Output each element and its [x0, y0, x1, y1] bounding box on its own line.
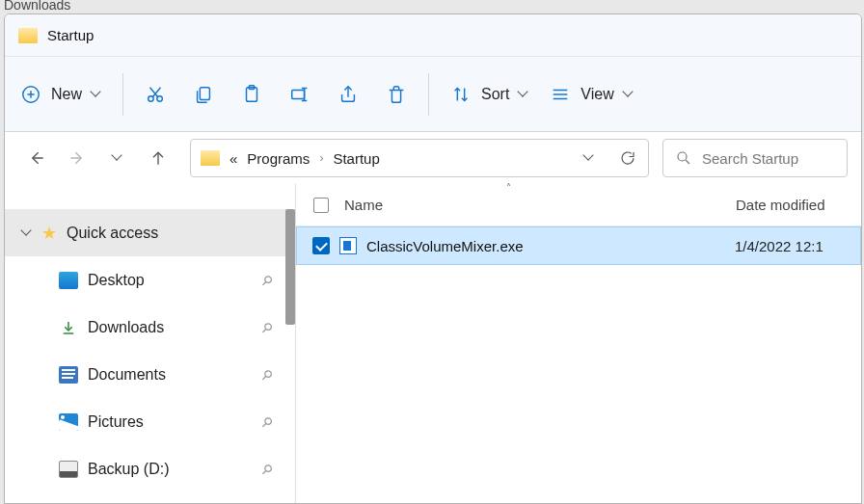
back-button[interactable] [26, 147, 47, 169]
svg-rect-7 [200, 87, 209, 99]
copy-icon[interactable] [193, 84, 214, 105]
pin-icon: ⚲ [258, 318, 276, 335]
chevron-down-icon [92, 90, 101, 99]
delete-icon[interactable] [386, 84, 407, 105]
file-row[interactable]: ClassicVolumeMixer.exe 1/4/2022 12:1 [296, 226, 861, 265]
sort-icon [450, 84, 472, 105]
chevron-down-icon [113, 153, 122, 163]
column-date[interactable]: Date modified [736, 197, 861, 213]
breadcrumb-prefix: « [230, 150, 237, 167]
sidebar: ★ Quick access Desktop ⚲ Downloads ⚲ Doc… [5, 184, 296, 503]
sidebar-item-documents[interactable]: Documents ⚲ [5, 351, 295, 398]
sidebar-item-label: Documents [88, 366, 166, 384]
pin-icon: ⚲ [258, 460, 276, 477]
toolbar: New Sort View [5, 57, 861, 132]
select-all-checkbox[interactable] [313, 198, 329, 213]
address-bar[interactable]: « Programs› Startup [190, 139, 649, 177]
sidebar-item-label: Desktop [88, 272, 145, 289]
sort-button[interactable]: Sort [450, 84, 528, 105]
new-button[interactable]: New [20, 84, 101, 105]
pin-icon: ⚲ [258, 271, 276, 288]
file-name: ClassicVolumeMixer.exe [366, 238, 735, 254]
pin-icon: ⚲ [258, 365, 276, 383]
breadcrumb-label: Startup [333, 150, 379, 167]
chevron-down-icon [22, 228, 32, 238]
plus-circle-icon [20, 84, 41, 105]
explorer-window: Startup New Sort View [4, 13, 862, 504]
search-icon [675, 149, 692, 167]
chevron-down-icon [519, 90, 528, 99]
pin-icon: ⚲ [258, 412, 276, 430]
folder-icon [201, 150, 220, 166]
content-area: ★ Quick access Desktop ⚲ Downloads ⚲ Doc… [5, 184, 861, 503]
drive-icon [59, 461, 78, 478]
downloads-icon [59, 319, 78, 336]
sort-label: Sort [481, 86, 509, 103]
file-date: 1/4/2022 12:1 [735, 238, 860, 254]
rename-icon[interactable] [289, 84, 310, 105]
address-dropdown[interactable] [579, 147, 600, 169]
chevron-down-icon [584, 153, 594, 163]
pictures-icon [59, 413, 78, 431]
file-pane: ˄ Name Date modified ClassicVolumeMixer.… [296, 184, 861, 503]
sidebar-quick-access[interactable]: ★ Quick access [5, 209, 295, 256]
sidebar-item-label: Quick access [67, 225, 158, 242]
sidebar-item-label: Backup (D:) [88, 461, 169, 478]
titlebar: Startup [5, 14, 861, 57]
row-checkbox[interactable] [312, 237, 330, 254]
svg-point-19 [678, 152, 687, 161]
breadcrumb-item[interactable]: Programs› [247, 150, 323, 167]
chevron-right-icon: › [319, 151, 323, 165]
documents-icon [59, 366, 78, 384]
svg-line-20 [686, 160, 689, 164]
view-icon [550, 84, 571, 105]
cut-icon[interactable] [145, 84, 166, 105]
search-input[interactable]: Search Startup [662, 139, 848, 177]
chevron-down-icon [624, 90, 634, 99]
sidebar-item-backup[interactable]: Backup (D:) ⚲ [5, 445, 295, 492]
svg-rect-10 [292, 90, 305, 98]
share-icon[interactable] [338, 84, 359, 105]
star-icon: ★ [41, 223, 57, 244]
up-button[interactable] [148, 147, 169, 169]
new-label: New [51, 86, 82, 103]
separator [428, 73, 429, 116]
sidebar-item-label: Downloads [88, 319, 164, 336]
column-name[interactable]: Name [344, 197, 736, 213]
refresh-button[interactable] [617, 147, 638, 169]
sidebar-scrollbar[interactable] [285, 209, 295, 325]
view-button[interactable]: View [550, 84, 633, 105]
breadcrumb-label: Programs [247, 150, 310, 167]
breadcrumb-item[interactable]: Startup [333, 150, 379, 167]
view-label: View [580, 86, 613, 103]
forward-button[interactable] [67, 147, 88, 169]
folder-icon [18, 28, 38, 43]
sort-indicator-icon: ˄ [506, 182, 511, 193]
exe-icon [339, 237, 357, 254]
desktop-icon [59, 272, 78, 289]
address-row: « Programs› Startup Search Startup [5, 132, 861, 184]
search-placeholder: Search Startup [702, 150, 798, 167]
background-window-title: Downloads [4, 0, 70, 13]
sidebar-item-desktop[interactable]: Desktop ⚲ [5, 256, 295, 304]
sidebar-item-label: Pictures [88, 413, 144, 431]
recent-dropdown[interactable] [107, 147, 128, 169]
paste-icon[interactable] [241, 84, 262, 105]
sidebar-item-pictures[interactable]: Pictures ⚲ [5, 398, 295, 445]
sidebar-item-downloads[interactable]: Downloads ⚲ [5, 304, 295, 351]
separator [122, 73, 123, 116]
window-title: Startup [47, 27, 94, 43]
column-headers: ˄ Name Date modified [296, 184, 861, 226]
